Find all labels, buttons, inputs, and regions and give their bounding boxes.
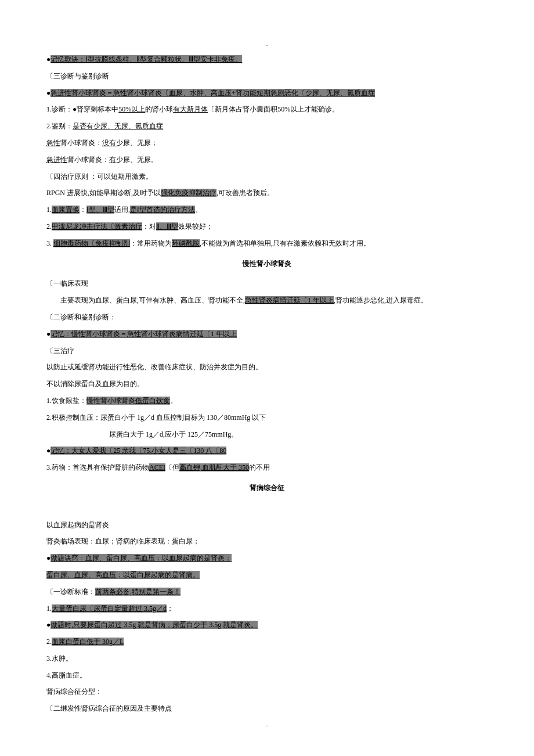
u-none: 没有	[102, 139, 116, 147]
line-diag-criteria: 〔一诊断标准：前两条必备,特别是第一条！	[46, 585, 488, 599]
text: 主要表现为血尿、蛋白尿,可伴有水肿、高血压、肾功能不全,	[46, 296, 245, 304]
hl-methylpred: 甲泼尼龙冲击疗法〔激素治疗	[52, 222, 142, 231]
line-not-goal: 不以消除尿蛋白及血尿为目的。	[46, 377, 488, 391]
text: 3.	[46, 239, 53, 247]
text: 〔但	[165, 463, 179, 471]
line-bp-control-2: 尿蛋白大于 1g／d,应小于 125／75mmHg。	[46, 428, 488, 441]
line-differentiate: 2.鉴别：是否有少尿、无尿、氮质血症	[46, 120, 488, 133]
line-acute: 急性肾小球肾炎：没有少尿、无尿；	[46, 136, 488, 150]
text: 适用,	[114, 206, 130, 214]
hl-type1-first: 是Ⅰ型首选的治疗方法	[130, 206, 195, 214]
u-50pct: 50%以上	[118, 105, 145, 113]
line-trick-1: ●做题诀窍：血尿、蛋白尿、高血压；以血尿起病的是肾炎；	[46, 552, 488, 565]
line-diagnosis-1: 1.诊断：●肾穿刺标本中50%以上的肾小球有大新月体〔新月体占肾小囊面积50%以…	[46, 103, 488, 116]
text: 少尿、无尿。	[116, 156, 158, 164]
text: 效果较好；	[178, 222, 213, 231]
line-ns-types: 肾病综合征分型：	[46, 685, 488, 699]
text: 〔新月体占肾小囊面积50%以上才能确诊。	[208, 105, 339, 113]
hl-cytotoxic: 细胞毒药物〔免疫抑制剂	[53, 239, 130, 247]
line-proteinuria: 1.大量蛋白尿〔尿蛋白定量超过 3.5g／d；	[46, 602, 488, 615]
u-has: 有	[109, 156, 116, 164]
hl-massive-proteinuria: 大量蛋白尿〔尿蛋白定量超过 3.5g／d	[52, 604, 167, 613]
text: ；	[167, 604, 174, 613]
u-rapid: 急进性	[46, 156, 67, 164]
line-clinical-diff: 肾炎临场表现：血尿；肾病的临床表现：蛋白尿；	[46, 535, 488, 548]
text: 的肾小球	[145, 105, 173, 113]
line-bp-control-1: 2.积极控制血压：尿蛋白小于 1g／d 血压控制目标为 130／80mmHg 以…	[46, 411, 488, 424]
page-dot-top: .	[46, 38, 488, 49]
text: 肾小球肾炎：	[60, 139, 102, 147]
text: 的不用	[249, 463, 270, 471]
text: RPGN 进展快,如能早期诊断,及时予以	[46, 189, 161, 197]
line-memory-bp: ●记忆：大女人爱我〔25 亲我〔75,小女人是三〔130 八〔80	[46, 444, 488, 458]
line-albumin: 2.血浆白蛋白低于 30g／L	[46, 635, 488, 649]
text: ：对	[142, 222, 156, 231]
text: 2.鉴别：	[46, 122, 73, 130]
text: 。	[170, 397, 177, 405]
text: ：常用药物为	[130, 239, 172, 247]
line-memory-chronic: ●记忆：慢性肾小球肾炎＝急性肾小球肾炎病情迁延〔1 年以上	[46, 327, 488, 341]
text: ：	[80, 206, 86, 214]
text: 。	[195, 206, 202, 214]
hl-type23: Ⅱ、Ⅲ型	[156, 222, 178, 231]
line-trick-2: 蛋白尿、血尿、高血压；以蛋白尿起病的是肾病。	[46, 568, 488, 582]
text: 1.	[46, 604, 52, 613]
line-hematuria-nephritis: 以血尿起病的是肾炎	[46, 519, 488, 532]
text: 少尿、无尿；	[116, 139, 158, 147]
text: 1.饮食限盐：	[46, 397, 86, 405]
line-rapid: 急进性肾小球肾炎：有少尿、无尿。	[46, 153, 488, 167]
line-rpgn-def: ●急进性肾小球肾炎＝急性肾小球肾炎〔血尿、水肿、高血压+肾功能短期急剧恶化〔少尿…	[46, 87, 488, 100]
section-3-diagnosis: 〔三诊断与鉴别诊断	[46, 70, 488, 83]
line-methylpred: 2.甲泼尼龙冲击疗法〔激素治疗：对Ⅱ、Ⅲ型效果较好；	[46, 220, 488, 233]
line-memory-song: ●记忆歌诀：Ⅰ型抗膜线条样、Ⅱ型复合颗粒状、Ⅲ型安卡非免疫。	[46, 53, 488, 66]
hl-trick-1: 做题诀窍：血尿、蛋白尿、高血压；以血尿起病的是肾炎；	[50, 554, 232, 562]
hl-chronic-gn: 慢性肾小球肾炎	[86, 397, 135, 405]
section-1-clinical: 〔一临床表现	[46, 277, 488, 290]
hl-rpgn-def: 急进性肾小球肾炎＝急性肾小球肾炎〔血尿、水肿、高血压+肾功能短期急剧恶化〔少尿、…	[50, 89, 375, 97]
line-trick-35g: ●做题时,只要尿蛋白超过 3.5g 就是肾病；尿蛋白少于 3.5g 就是肾炎。	[46, 618, 488, 632]
text: 肾小球肾炎：	[67, 156, 109, 164]
text: 3.药物：首选具有保护肾脏的药物	[46, 463, 149, 471]
u-diff: 是否有少尿、无尿、氮质血症	[73, 122, 163, 130]
u-acute: 急性	[46, 139, 60, 147]
hl-trick-2: 蛋白尿、血尿、高血压；以蛋白尿起病的是肾病。	[46, 571, 200, 579]
line-cytotoxic: 3. 细胞毒药物〔免疫抑制剂：常用药物为环磷酰胺,不能做为首选和单独用,只有在激…	[46, 237, 488, 250]
hl-memory-chronic: 记忆：慢性肾小球肾炎＝急性肾小球肾炎病情迁延〔1 年以上	[50, 330, 237, 338]
hl-hyperk: 高血钾,血肌酐大于 350	[179, 463, 249, 471]
hl-albumin-30: 血浆白蛋白低于 30g／L	[52, 638, 124, 646]
heading-nephrotic: 肾病综合征	[46, 481, 488, 495]
hl-memory-song: 记忆歌诀：Ⅰ型抗膜线条样、Ⅱ型复合颗粒状、Ⅲ型安卡非免疫。	[50, 55, 242, 63]
hl-cyclophosphamide: 环磷酰胺	[172, 239, 200, 247]
text: ,不能做为首选和单独用,只有在激素依赖和无效时才用。	[200, 239, 370, 247]
line-chronic-manifest: 主要表现为血尿、蛋白尿,可伴有水肿、高血压、肾功能不全,急性肾炎病情迁延〔1 年…	[46, 294, 488, 307]
line-edema: 3.水肿。	[46, 652, 488, 665]
line-treatment-goal: 以防止或延缓肾功能进行性恶化、改善临床症状、防治并发症为目的。	[46, 361, 488, 374]
hl-1year: 急性肾炎病情迁延〔1 年以上	[245, 296, 334, 304]
u-crescent: 有大新月体	[173, 105, 208, 113]
hl-first-two: 前两条必备,特别是第一条！	[95, 588, 181, 596]
hl-plasma: 血浆置换	[52, 206, 80, 214]
text: 2.	[46, 638, 52, 646]
heading-chronic-gn: 慢性肾小球肾炎	[46, 257, 488, 271]
text: 2.	[46, 222, 52, 231]
section-2-secondary: 〔二继发性肾病综合征的原因及主要特点	[46, 702, 488, 715]
section-4-treatment: 〔四治疗原则 ：可以短期用激素。	[46, 170, 488, 183]
line-plasma-exchange: 1.血浆置换：Ⅰ型、Ⅲ型适用,是Ⅰ型首选的治疗方法。	[46, 203, 488, 217]
section-3-treatment: 〔三治疗	[46, 344, 488, 358]
hl-low-protein: 低蛋白饮食	[135, 397, 170, 405]
line-diet: 1.饮食限盐：慢性肾小球肾炎低蛋白饮食。	[46, 394, 488, 408]
text: 1.诊断：●肾穿刺标本中	[46, 105, 118, 113]
line-hyperlipid: 4.高脂血症。	[46, 669, 488, 682]
hl-trick-35g: 做题时,只要尿蛋白超过 3.5g 就是肾病；尿蛋白少于 3.5g 就是肾炎。	[50, 621, 258, 629]
text: ,可改善患者预后。	[217, 189, 274, 197]
hl-acei: ACEI	[149, 463, 165, 471]
text: 1.	[46, 206, 52, 214]
hl-memory-bp: 记忆：大女人爱我〔25 亲我〔75,小女人是三〔130 八〔80	[50, 447, 226, 455]
hl-immunosuppress: 强化免疫抑制治疗	[161, 189, 217, 197]
line-drugs: 3.药物：首选具有保护肾脏的药物ACEI〔但高血钾,血肌酐大于 350的不用	[46, 461, 488, 474]
line-rpgn-fast: RPGN 进展快,如能早期诊断,及时予以强化免疫抑制治疗,可改善患者预后。	[46, 186, 488, 200]
section-2-diagnosis: 〔二诊断和鉴别诊断：	[46, 311, 488, 324]
text: 〔一诊断标准：	[46, 588, 95, 596]
hl-type13: Ⅰ型、Ⅲ型	[86, 206, 114, 214]
text: ,肾功能逐步恶化,进入尿毒症。	[334, 296, 428, 304]
